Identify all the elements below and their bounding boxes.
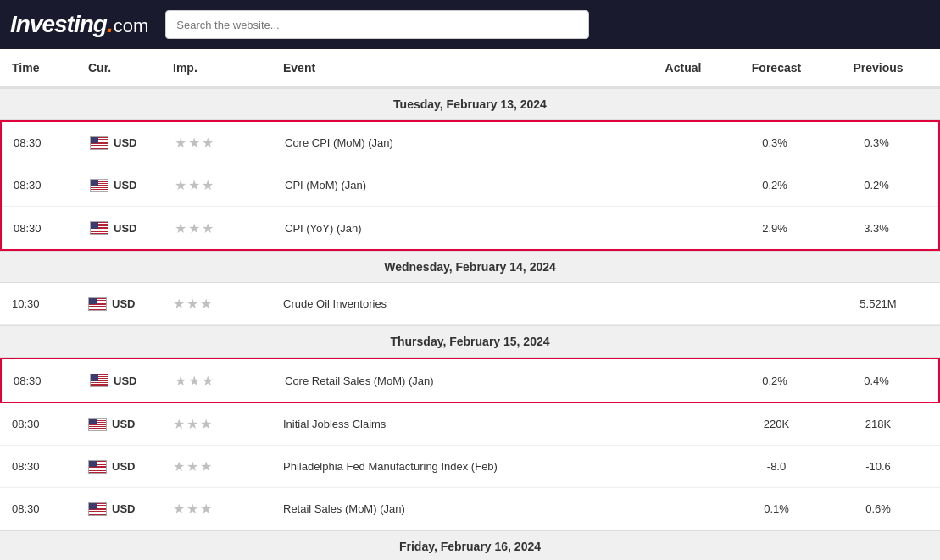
cell-forecast bbox=[730, 302, 823, 306]
cell-importance: ★ ★ ★ bbox=[170, 175, 280, 195]
cell-event-name: Philadelphia Fed Manufacturing Index (Fe… bbox=[278, 458, 637, 474]
cell-forecast: 0.1% bbox=[730, 501, 823, 517]
table-row[interactable]: 10:30 USD ★ ★ ★ Crude Oil Inventories 5.… bbox=[0, 283, 940, 325]
cell-event-name: Initial Jobless Claims bbox=[278, 416, 637, 432]
cell-event-name: CPI (YoY) (Jan) bbox=[280, 220, 635, 236]
date-header-tuesday: Tuesday, February 13, 2024 bbox=[0, 88, 940, 120]
cell-actual bbox=[635, 379, 728, 382]
us-flag-icon bbox=[90, 221, 108, 235]
star-icon: ★ bbox=[202, 135, 214, 151]
cell-previous: 0.4% bbox=[821, 373, 932, 389]
star-icon: ★ bbox=[175, 220, 186, 236]
cell-currency: USD bbox=[85, 372, 170, 389]
col-previous: Previous bbox=[823, 58, 933, 78]
cell-importance: ★ ★ ★ bbox=[170, 133, 280, 152]
table-row[interactable]: 08:30 USD ★ ★ ★ Initial Jobless Claims 2… bbox=[0, 403, 940, 446]
us-flag-icon bbox=[88, 297, 107, 311]
logo-com-text: com bbox=[114, 15, 149, 37]
cell-forecast: 0.2% bbox=[728, 177, 821, 193]
cell-currency: USD bbox=[85, 177, 170, 194]
table-row[interactable]: 08:30 USD ★ ★ ★ Retail Sales (MoM) (Jan)… bbox=[0, 488, 940, 530]
cell-previous: 218K bbox=[823, 416, 933, 432]
star-icon: ★ bbox=[200, 296, 212, 312]
col-time: Time bbox=[7, 58, 83, 78]
us-flag-icon bbox=[90, 179, 108, 192]
highlighted-section-core-retail: 08:30 USD ★ ★ ★ Core Retail Sales (MoM) … bbox=[0, 358, 940, 403]
cell-currency: USD bbox=[85, 135, 170, 152]
star-icon: ★ bbox=[175, 373, 186, 389]
logo[interactable]: Investing.com bbox=[10, 11, 148, 38]
currency-label: USD bbox=[112, 297, 135, 310]
cell-forecast: 220K bbox=[730, 416, 823, 432]
us-flag-icon bbox=[88, 460, 107, 474]
star-icon: ★ bbox=[173, 296, 185, 312]
table-header-row: Time Cur. Imp. Event Actual Forecast Pre… bbox=[0, 49, 940, 88]
table-row[interactable]: 08:30 USD ★ ★ ★ CPI (MoM) (Jan) 0.2% 0.2… bbox=[2, 164, 938, 207]
cell-actual bbox=[637, 423, 730, 426]
cell-forecast: -8.0 bbox=[730, 458, 823, 474]
table-row[interactable]: 08:30 USD ★ ★ ★ Core Retail Sales (MoM) … bbox=[2, 359, 938, 402]
star-icon: ★ bbox=[188, 220, 200, 236]
search-input[interactable] bbox=[165, 10, 589, 39]
cell-currency: USD bbox=[83, 458, 168, 475]
star-icon: ★ bbox=[200, 416, 212, 432]
star-icon: ★ bbox=[202, 220, 214, 236]
col-importance: Imp. bbox=[168, 58, 278, 78]
cell-event-name: Core Retail Sales (MoM) (Jan) bbox=[280, 373, 635, 389]
col-actual: Actual bbox=[637, 58, 730, 78]
star-icon: ★ bbox=[186, 458, 198, 474]
cell-time: 08:30 bbox=[8, 220, 85, 236]
star-icon: ★ bbox=[173, 501, 185, 517]
star-icon: ★ bbox=[173, 416, 185, 432]
cell-currency: USD bbox=[85, 219, 170, 236]
star-icon: ★ bbox=[175, 135, 186, 151]
cell-event-name: Core CPI (MoM) (Jan) bbox=[280, 135, 635, 151]
currency-label: USD bbox=[114, 136, 136, 149]
cell-forecast: 0.3% bbox=[728, 135, 821, 151]
cell-importance: ★ ★ ★ bbox=[168, 414, 278, 434]
currency-label: USD bbox=[114, 179, 136, 191]
us-flag-icon bbox=[88, 418, 107, 431]
table-row[interactable]: 08:30 USD ★ ★ ★ Core CPI (MoM) (Jan) 0.3… bbox=[2, 122, 938, 164]
cell-currency: USD bbox=[83, 296, 168, 313]
table-row[interactable]: 08:30 USD ★ ★ ★ Philadelphia Fed Manufac… bbox=[0, 446, 940, 488]
cell-forecast: 2.9% bbox=[728, 220, 821, 236]
cell-forecast: 0.2% bbox=[728, 373, 821, 389]
date-header-wednesday: Wednesday, February 14, 2024 bbox=[0, 251, 940, 283]
cell-time: 08:30 bbox=[7, 416, 83, 432]
us-flag-icon bbox=[90, 374, 108, 387]
cell-previous: 5.521M bbox=[823, 296, 933, 312]
cell-time: 08:30 bbox=[8, 135, 85, 151]
cell-actual bbox=[637, 507, 730, 511]
currency-label: USD bbox=[112, 418, 135, 430]
cell-importance: ★ ★ ★ bbox=[168, 457, 278, 476]
currency-label: USD bbox=[112, 460, 135, 473]
cell-event-name: CPI (MoM) (Jan) bbox=[280, 177, 635, 193]
cell-currency: USD bbox=[83, 501, 168, 518]
cell-importance: ★ ★ ★ bbox=[170, 371, 280, 391]
star-icon: ★ bbox=[188, 135, 200, 151]
cell-event-name: Retail Sales (MoM) (Jan) bbox=[278, 501, 637, 517]
cell-actual bbox=[637, 302, 730, 306]
cell-previous: 0.6% bbox=[823, 501, 933, 517]
col-event: Event bbox=[278, 58, 637, 78]
cell-time: 08:30 bbox=[7, 458, 83, 474]
cell-actual bbox=[635, 184, 728, 187]
table-row[interactable]: 08:30 USD ★ ★ ★ CPI (YoY) (Jan) 2.9% 3.3… bbox=[2, 207, 938, 249]
star-icon: ★ bbox=[200, 458, 212, 474]
date-header-thursday: Thursday, February 15, 2024 bbox=[0, 325, 940, 358]
star-icon: ★ bbox=[186, 296, 198, 312]
us-flag-icon bbox=[90, 136, 108, 150]
cell-importance: ★ ★ ★ bbox=[168, 294, 278, 313]
star-icon: ★ bbox=[173, 458, 185, 474]
cell-time: 10:30 bbox=[7, 296, 83, 312]
logo-investing-text: Investing bbox=[10, 11, 107, 38]
cell-importance: ★ ★ ★ bbox=[170, 219, 280, 238]
economic-calendar-table: Time Cur. Imp. Event Actual Forecast Pre… bbox=[0, 49, 940, 560]
cell-time: 08:30 bbox=[8, 177, 85, 193]
star-icon: ★ bbox=[186, 501, 198, 517]
star-icon: ★ bbox=[202, 373, 214, 389]
currency-label: USD bbox=[114, 222, 136, 235]
cell-previous: 0.3% bbox=[821, 135, 932, 151]
star-icon: ★ bbox=[200, 501, 212, 517]
